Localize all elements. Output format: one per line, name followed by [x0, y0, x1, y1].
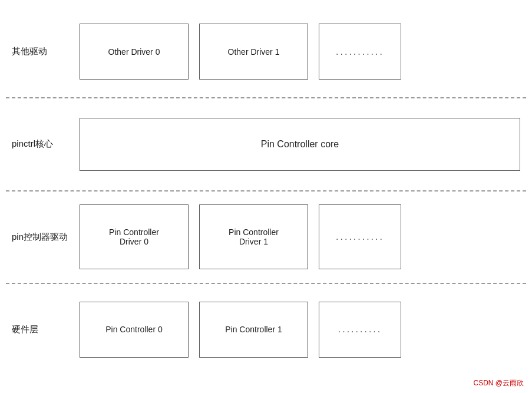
- layer-hardware: 硬件层 Pin Controller 0 Pin Controller 1 ..…: [6, 284, 526, 375]
- label-other-drivers: 其他驱动: [6, 46, 74, 57]
- pinctrl-core-box: Pin Controller core: [80, 118, 520, 171]
- pin-controller-0-label: Pin Controller 0: [105, 325, 163, 334]
- pin-controller-1-label: Pin Controller 1: [225, 325, 282, 334]
- pin-ctrl-driver-0-label: Pin Controller Driver 0: [109, 227, 159, 246]
- pin-ctrl-driver-1-label: Pin Controller Driver 1: [229, 227, 279, 246]
- other-driver-1-box: Other Driver 1: [199, 24, 308, 80]
- other-drivers-content: Other Driver 0 Other Driver 1 ..........…: [74, 16, 526, 87]
- other-driver-dots-label: ...........: [336, 47, 384, 57]
- pin-controller-1-box: Pin Controller 1: [199, 302, 308, 358]
- pin-ctrl-driver-0-box: Pin Controller Driver 0: [80, 204, 189, 269]
- label-pinctrl-core: pinctrl核心: [6, 138, 74, 150]
- pinctrl-core-label: Pin Controller core: [261, 139, 339, 150]
- other-driver-dots-box: ...........: [319, 24, 401, 80]
- watermark: CSDN @云雨欣: [473, 378, 524, 388]
- pin-driver-content: Pin Controller Driver 0 Pin Controller D…: [74, 197, 526, 276]
- pinctrl-core-content: Pin Controller core: [74, 111, 526, 178]
- hardware-dots-label: ..........: [338, 324, 382, 335]
- hardware-dots-box: ..........: [319, 302, 401, 358]
- other-driver-0-box: Other Driver 0: [80, 24, 189, 80]
- diagram-container: 其他驱动 Other Driver 0 Other Driver 1 .....…: [0, 0, 532, 393]
- pin-ctrl-driver-dots-box: ...........: [319, 204, 401, 269]
- pin-ctrl-driver-1-box: Pin Controller Driver 1: [199, 204, 308, 269]
- layer-pinctrl-core: pinctrl核心 Pin Controller core: [6, 98, 526, 190]
- pin-ctrl-driver-dots-label: ...........: [336, 232, 384, 242]
- layer-other-drivers: 其他驱动 Other Driver 0 Other Driver 1 .....…: [6, 6, 526, 97]
- other-driver-1-label: Other Driver 1: [228, 47, 280, 57]
- hardware-content: Pin Controller 0 Pin Controller 1 ......…: [74, 295, 526, 365]
- label-pin-controller-driver: pin控制器驱动: [6, 232, 74, 243]
- other-driver-0-label: Other Driver 0: [108, 47, 160, 57]
- pin-controller-0-box: Pin Controller 0: [80, 302, 189, 358]
- layer-pin-controller-driver: pin控制器驱动 Pin Controller Driver 0 Pin Con…: [6, 191, 526, 283]
- label-hardware: 硬件层: [6, 324, 74, 335]
